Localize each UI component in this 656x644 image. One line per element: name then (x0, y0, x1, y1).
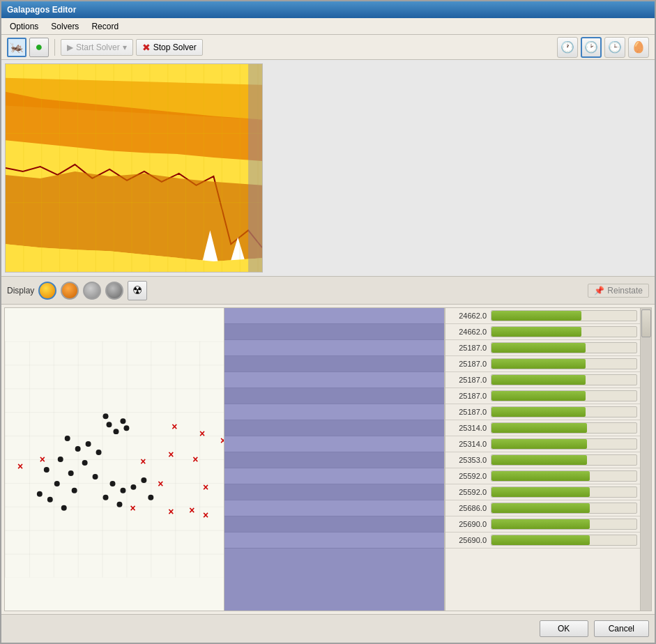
values-panel: 24662.024662.025187.025187.025187.025187… (445, 308, 640, 611)
value-bar (491, 407, 586, 417)
value-row: 24662.0 (445, 308, 640, 324)
stop-solver-label: Stop Solver (153, 43, 197, 52)
svg-point-46 (47, 497, 53, 503)
svg-point-39 (54, 481, 60, 486)
value-number: 25187.0 (445, 408, 491, 416)
value-number: 25690.0 (445, 520, 491, 528)
svg-point-48 (116, 502, 122, 507)
svg-text:×: × (158, 478, 163, 489)
svg-text:×: × (203, 482, 208, 493)
cancel-button[interactable]: Cancel (594, 620, 649, 637)
center-row[interactable] (224, 340, 444, 356)
value-row: 25686.0 (445, 500, 640, 516)
svg-point-30 (65, 436, 70, 441)
svg-point-43 (130, 484, 136, 490)
svg-point-44 (141, 477, 146, 483)
value-row: 25187.0 (445, 356, 640, 372)
value-bar-container (491, 454, 637, 466)
grasshopper-icon: 🦗 (10, 40, 24, 54)
value-row: 25690.0 (445, 532, 640, 549)
value-number: 25314.0 (445, 424, 491, 432)
display-label: Display (7, 286, 34, 296)
value-number: 25187.0 (445, 360, 491, 368)
center-panel[interactable] (224, 308, 445, 611)
center-row[interactable] (224, 436, 444, 452)
value-bar-container (491, 374, 637, 385)
stop-solver-button[interactable]: ✖ Stop Solver (136, 39, 203, 56)
grasshopper-button[interactable]: 🦗 (7, 38, 26, 57)
green-circle-icon: ● (36, 40, 43, 54)
display-circle-4[interactable] (105, 282, 123, 300)
reinstate-label: Reinstate (607, 286, 643, 296)
display-bar: Display ☢ 📌 Reinstate (1, 277, 655, 305)
svg-text:×: × (168, 449, 174, 460)
center-row[interactable] (224, 484, 444, 500)
svg-rect-23 (248, 64, 262, 272)
value-bar (491, 391, 586, 401)
value-bar-container (491, 390, 637, 401)
svg-point-45 (37, 491, 43, 497)
value-bar-container (491, 342, 637, 353)
clock3-button[interactable]: 🕒 (604, 37, 625, 58)
menu-options[interactable]: Options (4, 20, 44, 33)
center-row[interactable] (224, 308, 444, 324)
display-circle-1[interactable] (38, 282, 56, 300)
clock1-button[interactable]: 🕐 (557, 37, 578, 58)
center-row[interactable] (224, 500, 444, 516)
scrollbar[interactable] (640, 308, 651, 611)
center-row[interactable] (224, 420, 444, 436)
center-row[interactable] (224, 356, 444, 372)
value-bar-container (491, 406, 637, 417)
svg-point-41 (110, 481, 116, 486)
center-row[interactable] (224, 404, 444, 420)
value-bar (491, 327, 581, 337)
bottom-section: × × × × × × × × × × × × × × 24662.024662… (4, 307, 652, 611)
value-row: 25592.0 (445, 468, 640, 484)
svg-point-38 (93, 474, 98, 480)
center-row[interactable] (224, 516, 444, 532)
svg-point-32 (86, 441, 91, 447)
value-number: 25592.0 (445, 488, 491, 496)
radiation-button[interactable]: ☢ (128, 281, 147, 300)
value-row: 24662.0 (445, 324, 640, 340)
value-bar-container (491, 535, 637, 546)
svg-point-34 (58, 457, 63, 462)
center-row[interactable] (224, 468, 444, 484)
value-row: 25353.0 (445, 452, 640, 468)
dropdown-icon: ▾ (123, 43, 127, 52)
clock2-button[interactable]: 🕑 (581, 37, 602, 58)
value-bar-container (491, 358, 637, 369)
egg-button[interactable]: 🥚 (628, 37, 649, 58)
chart-svg (6, 64, 262, 272)
value-row: 25592.0 (445, 484, 640, 500)
display-circle-2[interactable] (61, 282, 79, 300)
bottom-buttons: OK Cancel (1, 614, 655, 643)
svg-text:×: × (168, 506, 174, 517)
center-row[interactable] (224, 372, 444, 388)
value-bar (491, 519, 590, 529)
display-circle-3[interactable] (83, 282, 101, 300)
chart-canvas[interactable] (5, 63, 263, 273)
menu-record[interactable]: Record (86, 20, 124, 33)
svg-text:×: × (130, 503, 135, 514)
center-row[interactable] (224, 324, 444, 340)
start-solver-label: Start Solver (76, 43, 120, 52)
toolbar-sep-1 (54, 39, 55, 56)
svg-text:×: × (203, 509, 208, 521)
menu-solvers[interactable]: Solvers (45, 20, 84, 33)
value-bar-container (491, 326, 637, 337)
center-row[interactable] (224, 532, 444, 549)
value-number: 25187.0 (445, 376, 491, 384)
reinstate-button[interactable]: 📌 Reinstate (588, 284, 649, 298)
svg-point-36 (44, 467, 49, 473)
value-row: 25314.0 (445, 420, 640, 436)
ok-button[interactable]: OK (540, 620, 588, 637)
value-number: 25314.0 (445, 440, 491, 448)
svg-point-29 (123, 425, 129, 431)
green-circle-button[interactable]: ● (29, 38, 49, 57)
center-row[interactable] (224, 452, 444, 468)
value-bar (491, 423, 587, 433)
center-row[interactable] (224, 388, 444, 404)
svg-point-47 (103, 495, 109, 500)
value-number: 25353.0 (445, 456, 491, 464)
